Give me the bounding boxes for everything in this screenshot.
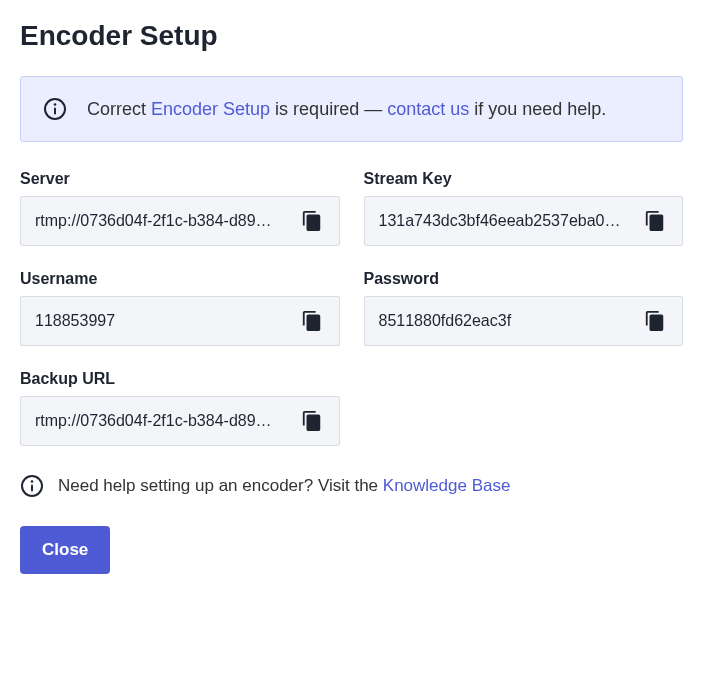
password-value-row: 8511880fd62eac3f [364,296,684,346]
password-label: Password [364,270,684,288]
password-value: 8511880fd62eac3f [379,312,635,330]
copy-username-button[interactable] [299,308,325,334]
close-button[interactable]: Close [20,526,110,574]
server-value-row: rtmp://0736d04f-2f1c-b384-d89… [20,196,340,246]
password-field: Password 8511880fd62eac3f [364,270,684,346]
knowledge-base-link[interactable]: Knowledge Base [383,476,511,495]
svg-point-4 [31,480,34,483]
copy-icon [644,210,666,232]
stream-key-value-row: 131a743dc3bf46eeab2537eba0… [364,196,684,246]
svg-rect-2 [54,108,56,115]
backup-url-value: rtmp://0736d04f-2f1c-b384-d89… [35,412,291,430]
stream-key-value: 131a743dc3bf46eeab2537eba0… [379,212,635,230]
copy-password-button[interactable] [642,308,668,334]
info-icon [20,474,44,498]
help-text: Need help setting up an encoder? Visit t… [58,476,510,496]
help-text-prefix: Need help setting up an encoder? Visit t… [58,476,383,495]
username-value: 118853997 [35,312,291,330]
info-text-part: if you need help. [469,99,606,119]
info-text-part: is required — [270,99,387,119]
copy-stream-key-button[interactable] [642,208,668,234]
copy-icon [301,410,323,432]
copy-icon [644,310,666,332]
username-field: Username 118853997 [20,270,340,346]
info-icon [43,97,67,121]
info-banner: Correct Encoder Setup is required — cont… [20,76,683,142]
encoder-setup-link[interactable]: Encoder Setup [151,99,270,119]
info-text-part: Correct [87,99,151,119]
server-value: rtmp://0736d04f-2f1c-b384-d89… [35,212,291,230]
svg-rect-5 [31,485,33,492]
contact-us-link[interactable]: contact us [387,99,469,119]
page-title: Encoder Setup [20,20,683,52]
stream-key-label: Stream Key [364,170,684,188]
backup-url-value-row: rtmp://0736d04f-2f1c-b384-d89… [20,396,340,446]
copy-backup-url-button[interactable] [299,408,325,434]
copy-icon [301,210,323,232]
info-banner-text: Correct Encoder Setup is required — cont… [87,99,606,120]
backup-url-field: Backup URL rtmp://0736d04f-2f1c-b384-d89… [20,370,340,446]
server-label: Server [20,170,340,188]
svg-point-1 [54,103,57,106]
stream-key-field: Stream Key 131a743dc3bf46eeab2537eba0… [364,170,684,246]
server-field: Server rtmp://0736d04f-2f1c-b384-d89… [20,170,340,246]
help-row: Need help setting up an encoder? Visit t… [20,474,683,498]
username-label: Username [20,270,340,288]
username-value-row: 118853997 [20,296,340,346]
backup-url-label: Backup URL [20,370,340,388]
copy-icon [301,310,323,332]
copy-server-button[interactable] [299,208,325,234]
